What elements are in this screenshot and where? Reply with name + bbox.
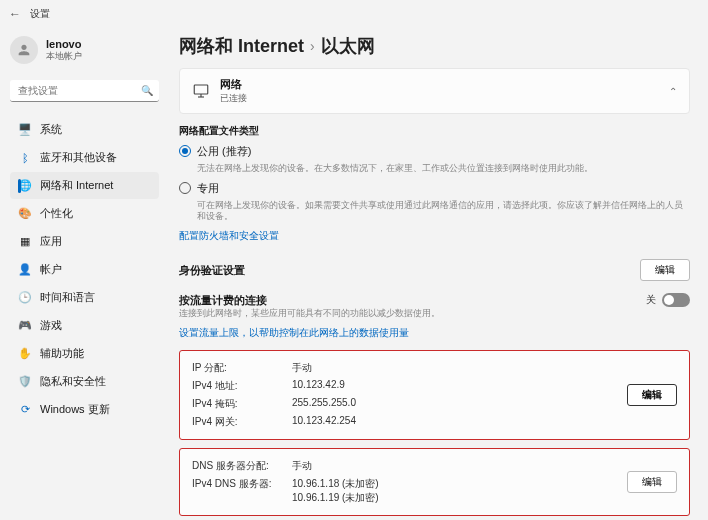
- sidebar-item[interactable]: 🖥️系统: [10, 116, 159, 143]
- sidebar-item[interactable]: ⟳Windows 更新: [10, 396, 159, 423]
- nav-icon: ▦: [18, 235, 32, 248]
- nav-icon: 🕒: [18, 291, 32, 304]
- sidebar-item[interactable]: ▦应用: [10, 228, 159, 255]
- content-area: 网络和 Internet › 以太网 网络 已连接 ⌃ 网络配置文件类型 公用 …: [165, 28, 708, 520]
- dns-card: DNS 服务器分配:手动 IPv4 DNS 服务器:10.96.1.18 (未加…: [179, 448, 690, 516]
- nav-list: 🖥️系统ᛒ蓝牙和其他设备🌐网络和 Internet🎨个性化▦应用👤帐户🕒时间和语…: [10, 116, 159, 423]
- network-panel[interactable]: 网络 已连接 ⌃: [179, 68, 690, 114]
- user-sub: 本地帐户: [46, 50, 82, 63]
- breadcrumb: 网络和 Internet › 以太网: [179, 34, 690, 58]
- chevron-up-icon: ⌃: [669, 86, 677, 97]
- profile-label: 网络配置文件类型: [179, 124, 690, 138]
- nav-icon: 🖥️: [18, 123, 32, 136]
- nav-icon: ✋: [18, 347, 32, 360]
- toggle-state: 关: [646, 293, 656, 307]
- svg-rect-0: [194, 85, 208, 94]
- nav-label: 辅助功能: [40, 346, 84, 361]
- nav-label: 应用: [40, 234, 62, 249]
- radio-public[interactable]: 公用 (推荐): [179, 144, 690, 159]
- nav-label: 网络和 Internet: [40, 178, 113, 193]
- user-block[interactable]: lenovo 本地帐户: [10, 34, 159, 74]
- sidebar-item[interactable]: 🕒时间和语言: [10, 284, 159, 311]
- firewall-link[interactable]: 配置防火墙和安全设置: [179, 229, 690, 243]
- app-title: 设置: [30, 7, 50, 21]
- monitor-icon: [192, 82, 210, 100]
- nav-icon: ᛒ: [18, 152, 32, 164]
- radio-private[interactable]: 专用: [179, 181, 690, 196]
- panel-sub: 已连接: [220, 92, 247, 105]
- meter-row: 按流量计费的连接 连接到此网络时，某些应用可能具有不同的功能以减少数据使用。 关: [179, 287, 690, 326]
- search-box[interactable]: 🔍: [10, 80, 159, 102]
- meter-link[interactable]: 设置流量上限，以帮助控制在此网络上的数据使用量: [179, 326, 690, 340]
- sidebar-item[interactable]: 🎨个性化: [10, 200, 159, 227]
- sidebar-item[interactable]: ✋辅助功能: [10, 340, 159, 367]
- nav-label: 隐私和安全性: [40, 374, 106, 389]
- chevron-right-icon: ›: [310, 38, 315, 54]
- nav-icon: ⟳: [18, 403, 32, 416]
- ip-card: IP 分配:手动 IPv4 地址:10.123.42.9 IPv4 掩码:255…: [179, 350, 690, 440]
- nav-label: 系统: [40, 122, 62, 137]
- sidebar-item[interactable]: 👤帐户: [10, 256, 159, 283]
- nav-label: 帐户: [40, 262, 62, 277]
- breadcrumb-root[interactable]: 网络和 Internet: [179, 34, 304, 58]
- sidebar-item[interactable]: 🛡️隐私和安全性: [10, 368, 159, 395]
- nav-label: 个性化: [40, 206, 73, 221]
- search-input[interactable]: [10, 80, 159, 102]
- nav-icon: 🛡️: [18, 375, 32, 388]
- nav-icon: 👤: [18, 263, 32, 276]
- nav-label: 时间和语言: [40, 290, 95, 305]
- sidebar-item[interactable]: 🎮游戏: [10, 312, 159, 339]
- breadcrumb-leaf: 以太网: [321, 34, 375, 58]
- dns-edit-button[interactable]: 编辑: [627, 471, 677, 493]
- meter-toggle[interactable]: [662, 293, 690, 307]
- nav-icon: 🎮: [18, 319, 32, 332]
- ip-edit-button[interactable]: 编辑: [627, 384, 677, 406]
- radio-icon[interactable]: [179, 145, 191, 157]
- sidebar-item[interactable]: 🌐网络和 Internet: [10, 172, 159, 199]
- radio-icon[interactable]: [179, 182, 191, 194]
- auth-row: 身份验证设置 编辑: [179, 253, 690, 287]
- nav-label: 游戏: [40, 318, 62, 333]
- nav-label: Windows 更新: [40, 402, 110, 417]
- back-icon[interactable]: ←: [8, 7, 22, 21]
- avatar: [10, 36, 38, 64]
- search-icon: 🔍: [141, 85, 153, 96]
- sidebar-item[interactable]: ᛒ蓝牙和其他设备: [10, 144, 159, 171]
- nav-label: 蓝牙和其他设备: [40, 150, 117, 165]
- panel-title: 网络: [220, 77, 247, 92]
- profile-section: 网络配置文件类型 公用 (推荐) 无法在网络上发现你的设备。在大多数情况下，在家…: [179, 124, 690, 243]
- nav-icon: 🌐: [18, 179, 32, 192]
- user-name: lenovo: [46, 38, 82, 50]
- sidebar: lenovo 本地帐户 🔍 🖥️系统ᛒ蓝牙和其他设备🌐网络和 Internet🎨…: [0, 28, 165, 520]
- nav-icon: 🎨: [18, 207, 32, 220]
- auth-edit-button[interactable]: 编辑: [640, 259, 690, 281]
